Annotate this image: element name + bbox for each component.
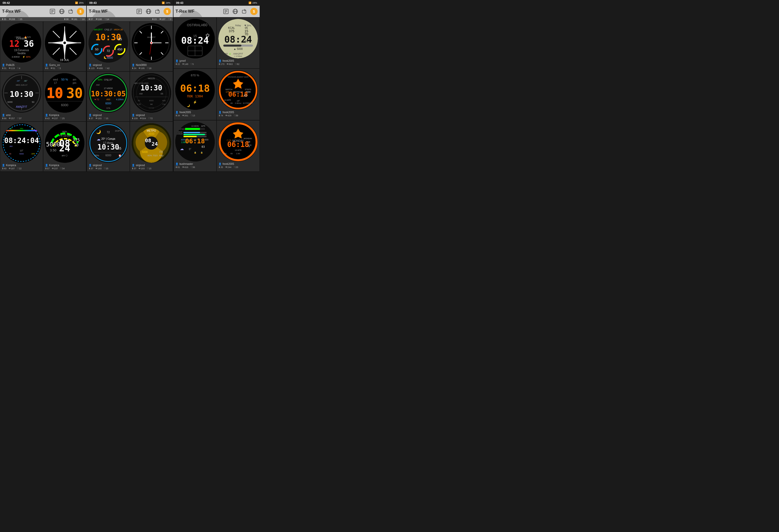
watch-face-svg: AMAZFIT bbox=[132, 23, 171, 63]
watch-face-container: T_Rex ⬡ 70 MONDAY 4000 MONDAY bbox=[218, 122, 258, 162]
app-header-1: T-Rex WF $ bbox=[0, 6, 86, 17]
card-p1c1[interactable]: T_Rex Greatfit ↑7000 🔥525 12 36 19.Červe… bbox=[0, 21, 43, 71]
dl: ⬇115 bbox=[88, 67, 95, 70]
tag-badge: T_Rex bbox=[89, 124, 97, 127]
card-p1c3[interactable]: T_Rex bbox=[0, 71, 43, 121]
section-header-p1r1: ⬇35 👁208 ♡25 ⬇38 👁191 ♡10 bbox=[0, 17, 86, 21]
card-p3c6[interactable]: T_Rex ⬡ 70 MONDAY 4000 MONDAY bbox=[217, 120, 260, 172]
card-author: 👤 sirgiosd bbox=[132, 164, 171, 167]
author-name: Kompica bbox=[6, 164, 16, 167]
tag-badge: T_Rex bbox=[89, 24, 97, 26]
watch-face-wrap: T_Rex 60% Fri 15-05 08 5000 375 bbox=[45, 123, 84, 163]
card-stats: ⬇81 👁416 ♡36 bbox=[175, 166, 215, 169]
watch-face-wrap: T_Rex 50% СРД 20° AM 17-ИЮН 10:30:05 ♥ 7… bbox=[88, 73, 128, 113]
svg-point-8 bbox=[2, 23, 41, 63]
user-icon: 👤 bbox=[88, 164, 92, 167]
watch-face-wrap: T_Rex friday ❤ BAL KCAL 375 05 15 70 bbox=[218, 19, 258, 58]
card-p2c4[interactable]: T_Rex M0225 WED 17-06-2020 10:30 AM 0 bbox=[130, 71, 173, 121]
checklist-icon-1[interactable] bbox=[49, 8, 56, 15]
svg-text:4.90KM: 4.90KM bbox=[12, 56, 20, 58]
card-author: 👤 freek2005 bbox=[218, 111, 258, 114]
watch-face-wrap: T_Rex Greatfit ↑7000 🔥525 12 36 19.Červe… bbox=[2, 23, 41, 63]
dl: ⬇66 bbox=[2, 117, 6, 120]
card-p2c6[interactable]: T_Rex МЕТРО bbox=[130, 121, 173, 172]
checklist-icon-3[interactable] bbox=[222, 8, 230, 15]
status-bar-1: 09:42 📶 25% bbox=[0, 0, 86, 6]
share-icon-3[interactable] bbox=[241, 8, 248, 15]
card-stats: ⬇8 👁51 ♡3 bbox=[45, 67, 84, 70]
card-p3c1[interactable]: T_Rex OSTIRALA 60 % ✿ 15 08:24 bbox=[173, 17, 217, 68]
dl-stat-p2: ⬇37 bbox=[88, 18, 93, 20]
card-p1c5[interactable]: T_Rex bbox=[0, 121, 43, 172]
svg-text:ИЮН 28°: ИЮН 28° bbox=[114, 28, 124, 31]
svg-text:06:18: 06:18 bbox=[180, 83, 210, 94]
card-author: 👤 sirgiosd bbox=[88, 64, 128, 66]
user-icon: 👤 bbox=[218, 59, 222, 62]
views: 👁244 bbox=[225, 166, 231, 169]
views: 👁193 bbox=[138, 167, 144, 170]
card-p3c4[interactable]: T_Rex DIVISION AGENT 0225 WATCH 170 % bbox=[217, 68, 260, 120]
card-author: 👤 freek2005 bbox=[218, 59, 258, 62]
checklist-icon-2[interactable] bbox=[135, 8, 143, 15]
globe-icon-2[interactable] bbox=[145, 8, 152, 15]
views: 👁261 bbox=[182, 114, 188, 117]
globe-icon-1[interactable] bbox=[58, 8, 65, 15]
coin-icon-2[interactable]: $ bbox=[164, 8, 171, 15]
watch-grid-p3: T_Rex OSTIRALA 60 % ✿ 15 08:24 bbox=[173, 17, 260, 172]
card-p1c4[interactable]: T_Rex 50 % wed am 17 pm 10 30 bbox=[43, 71, 86, 121]
share-icon-2[interactable] bbox=[154, 8, 162, 15]
watch-face-container: T_Rex 870 % 06:18 ПОК 1304 ⚡ 🌙 bbox=[175, 70, 215, 110]
card-p2c5[interactable]: T_Rex 🌙 72 DOPLT ☁ 20° | Среда bbox=[87, 121, 130, 172]
tag-badge: T_Rex bbox=[133, 74, 140, 76]
svg-text:13 APR: 13 APR bbox=[224, 99, 231, 101]
card-author: 👤 Nick0890 bbox=[132, 64, 171, 66]
svg-text:60%: 60% bbox=[62, 130, 67, 133]
globe-icon-3[interactable] bbox=[232, 8, 239, 15]
views: 👁237 bbox=[52, 117, 58, 120]
card-p3c5[interactable]: T_Rex 13 MON APR BATTERY MINIMUM MAXI bbox=[173, 120, 217, 172]
watch-face-svg: -24° -31° WED JUN 17 10:30 6000 50 AMAZF… bbox=[2, 73, 41, 113]
card-stats: ⬇40 👁187 ♡22 bbox=[2, 167, 41, 170]
user-icon: 👤 bbox=[218, 163, 222, 165]
likes: ♡22 bbox=[17, 167, 21, 170]
svg-text:68: 68 bbox=[230, 153, 232, 155]
card-p3c2[interactable]: T_Rex friday ❤ BAL KCAL 375 05 15 70 bbox=[217, 17, 260, 68]
card-author: 👤 Kompica bbox=[45, 114, 84, 117]
card-p1c6[interactable]: T_Rex 60% Fri 15-05 08 5000 375 bbox=[43, 121, 86, 172]
svg-text:10:30: 10:30 bbox=[140, 83, 162, 92]
card-p2c1[interactable]: T_Rex AMAZFIT СРД 17 ИЮН 28° 10:30 05 bbox=[87, 21, 130, 71]
svg-text:03: 03 bbox=[201, 145, 204, 148]
author-name: Kompica bbox=[49, 114, 59, 117]
views: 👁193 bbox=[95, 117, 102, 120]
author-name: xmn bbox=[6, 114, 11, 117]
status-icons-2: 📶 24% bbox=[162, 2, 170, 4]
svg-text:05: 05 bbox=[117, 146, 121, 150]
like-stat-p2: ♡14 bbox=[104, 18, 109, 20]
coin-icon-1[interactable]: $ bbox=[77, 8, 84, 15]
share-icon-1[interactable] bbox=[67, 8, 75, 15]
svg-text:-24°: -24° bbox=[16, 80, 20, 82]
author-name: Kompica bbox=[49, 164, 59, 167]
likes: ♡4 bbox=[17, 67, 20, 70]
svg-text:5000: 5000 bbox=[19, 153, 24, 155]
like-stat2: ♡10 bbox=[80, 18, 85, 20]
svg-text:04: 04 bbox=[245, 40, 248, 43]
author-name: freek2005 bbox=[179, 111, 191, 114]
card-p2c3[interactable]: T_Rex 50% СРД 20° AM 17-ИЮН 10:30:05 ♥ 7… bbox=[87, 71, 130, 121]
card-p2c2[interactable]: T_Rex bbox=[130, 21, 173, 71]
card-author: 👤 sirgiosd bbox=[88, 114, 128, 117]
like-stat2-p2: ♡2 bbox=[168, 18, 171, 20]
svg-text:СРД 20°: СРД 20° bbox=[104, 78, 113, 81]
coin-icon-3[interactable]: $ bbox=[250, 8, 257, 15]
app-title-1: T-Rex WF bbox=[2, 9, 47, 14]
watch-face-wrap: T_Rex 🌙 72 DOPLT ☁ 20° | Среда bbox=[88, 123, 128, 163]
watch-face-container: T_Rex OSTIRALA 60 % ✿ 15 08:24 bbox=[175, 19, 215, 58]
user-icon: 👤 bbox=[45, 164, 48, 167]
time-2: 09:43 bbox=[89, 1, 97, 4]
svg-text:05: 05 bbox=[118, 37, 122, 41]
card-p1c2[interactable]: T_Rex bbox=[43, 21, 86, 71]
card-p3c3[interactable]: T_Rex 870 % 06:18 ПОК 1304 ⚡ 🌙 bbox=[173, 68, 217, 120]
svg-text:6000: 6000 bbox=[106, 102, 111, 105]
views: 👁237 bbox=[52, 167, 58, 170]
svg-text:8°: 8° bbox=[189, 147, 191, 150]
